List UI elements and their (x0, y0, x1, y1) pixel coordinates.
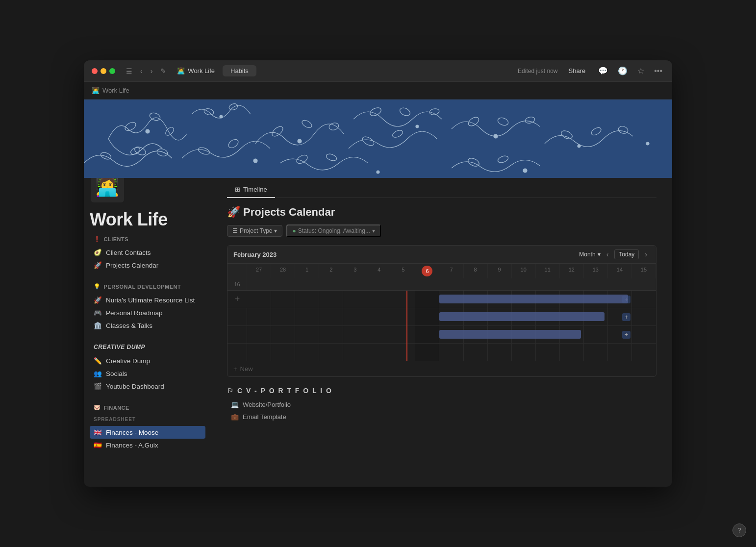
clapboard-icon: 🎬 (94, 382, 102, 390)
svg-point-32 (298, 139, 302, 143)
breadcrumb-label[interactable]: Work Life (102, 87, 129, 94)
sidebar-item-projects-calendar[interactable]: 🚀 Projects Calendar (90, 259, 205, 272)
page-avatar: 👩‍💻 (90, 178, 125, 203)
nav-controls: ☰ ‹ › ✎ (123, 65, 169, 77)
status-dot-icon: ● (292, 227, 296, 234)
full-page-layout: 👩‍💻 Work Life ❗ CLIENTS 🥑 Client Contact… (84, 99, 672, 487)
finance-header: 🐷 FINANCE (90, 402, 205, 413)
nav-section-personal-dev: 💡 PERSONAL DEVELOPMENT 🚀 Nuria's Ultimat… (90, 281, 205, 332)
day-col-7: 7 (439, 264, 463, 278)
right-panel: ⊞ Timeline 🚀 Projects Calendar ☰ Project… (211, 178, 672, 487)
cal-cell-2-4 (319, 308, 343, 325)
pig-icon: 🐷 (94, 404, 101, 411)
cal-cell-4-9 (464, 344, 488, 361)
add-item-button-3[interactable]: + (622, 331, 630, 339)
day-col-28: 28 (271, 264, 295, 278)
sidebar-item-classes-talks[interactable]: 🏛️ Classes & Talks (90, 319, 205, 332)
rocket-icon-2: 🚀 (94, 296, 102, 304)
traffic-lights (92, 68, 115, 74)
calendar-body: + (227, 291, 656, 361)
pencil-icon: ✏️ (94, 357, 102, 365)
today-button[interactable]: Today (614, 249, 639, 259)
more-options-icon[interactable]: ••• (652, 65, 664, 77)
people-icon: 👥 (94, 370, 102, 377)
cv-item-email-template[interactable]: 💼 Email Template (227, 411, 656, 423)
status-filter[interactable]: ● Status: Ongoing, Awaiting... ▾ (286, 224, 380, 237)
tab-area: 👩‍💻 Work Life Habits (177, 65, 514, 76)
day-col-5: 5 (391, 264, 415, 278)
sidebar-item-socials[interactable]: 👥 Socials (90, 367, 205, 380)
page-icon: 👩‍💻 (177, 67, 185, 75)
cal-cell-4-14 (584, 344, 608, 361)
cv-portfolio-section: ⚐ C V - P O R T F O L I O 💻 Website/Port… (227, 387, 656, 423)
sidebar-item-finances-moose[interactable]: 🇬🇧 Finances - Moose (90, 426, 205, 439)
cal-cell-3-1 (247, 326, 271, 343)
cal-row-3: + (227, 326, 656, 344)
sidebar-item-creative-dump[interactable]: ✏️ Creative Dump (90, 354, 205, 367)
day-col-9: 9 (488, 264, 512, 278)
cal-cell-2-15: + (608, 308, 632, 325)
new-page-button[interactable]: ✎ (157, 65, 169, 77)
cal-cell-4-3 (295, 344, 319, 361)
today-indicator: 6 (422, 266, 432, 276)
main-content: 👩‍💻 Work Life ❗ CLIENTS 🥑 Client Contact… (84, 99, 672, 487)
cv-item-website[interactable]: 💻 Website/Portfolio (227, 398, 656, 411)
page-icon-title: 👩‍💻 Work Life (177, 67, 215, 75)
svg-point-34 (494, 134, 498, 138)
prev-month-button[interactable]: ‹ (604, 249, 612, 259)
sidebar-item-client-contacts[interactable]: 🥑 Client Contacts (90, 246, 205, 259)
day-col-2: 2 (319, 264, 343, 278)
plus-icon: + (233, 365, 237, 373)
forward-button[interactable]: › (148, 65, 156, 77)
cal-cell-1-3 (295, 291, 319, 308)
pillars-icon: 🏛️ (94, 322, 102, 329)
cal-bar-1[interactable] (439, 295, 628, 303)
next-month-button[interactable]: › (642, 249, 650, 259)
day-col-4: 4 (367, 264, 391, 278)
day-col-14: 14 (608, 264, 632, 278)
cal-cell-1-6 (367, 291, 391, 308)
close-button[interactable] (92, 68, 98, 74)
sidebar-item-personal-roadmap[interactable]: 🎮 Personal Roadmap (90, 306, 205, 319)
chevron-down-icon: ▾ (274, 227, 277, 234)
cal-cell-4-10 (488, 344, 512, 361)
share-button[interactable]: Share (563, 65, 590, 76)
comment-icon[interactable]: 💬 (596, 64, 610, 77)
back-button[interactable]: ‹ (137, 65, 146, 77)
svg-rect-0 (84, 99, 672, 178)
month-view-dropdown[interactable]: Month ▾ (579, 251, 600, 258)
favorite-icon[interactable]: ☆ (635, 64, 646, 77)
nav-section-finance: 🐷 FINANCE SPREADSHEET 🇬🇧 Finances - Moos… (90, 402, 205, 451)
cal-cell-1-5 (343, 291, 367, 308)
maximize-button[interactable] (109, 68, 115, 74)
projects-calendar-title: 🚀 Projects Calendar (227, 206, 656, 219)
personal-dev-header: 💡 PERSONAL DEVELOPMENT (90, 281, 205, 292)
project-type-filter[interactable]: ☰ Project Type ▾ (227, 225, 282, 237)
month-chevron-icon: ▾ (598, 251, 601, 258)
sidebar-item-finances-aguix[interactable]: 🇪🇸 Finances - A.Guix (90, 439, 205, 451)
add-item-button-2[interactable]: + (622, 313, 630, 321)
habits-tab[interactable]: Habits (223, 65, 256, 76)
svg-point-35 (578, 145, 580, 148)
cal-cell-2-7 (391, 308, 415, 325)
cal-bar-2[interactable] (439, 312, 604, 321)
nav-section-clients: ❗ CLIENTS 🥑 Client Contacts 🚀 Projects C… (90, 234, 205, 272)
sidebar-item-youtube-dashboard[interactable]: 🎬 Youtube Dashboard (90, 380, 205, 393)
tab-timeline[interactable]: ⊞ Timeline (227, 182, 275, 198)
svg-point-31 (220, 115, 223, 118)
briefcase-icon: 💼 (231, 413, 239, 421)
sidebar-toggle[interactable]: ☰ (123, 65, 135, 77)
add-row-button[interactable]: + (227, 291, 247, 308)
cal-cell-3-6 (367, 326, 391, 343)
cal-row-4 (227, 344, 656, 361)
history-icon[interactable]: 🕐 (616, 64, 630, 77)
help-button[interactable]: ? (732, 523, 746, 537)
left-nav: 👩‍💻 Work Life ❗ CLIENTS 🥑 Client Contact… (84, 178, 211, 487)
cal-bar-3[interactable] (439, 330, 580, 339)
minimize-button[interactable] (101, 68, 106, 74)
gamepad-icon: 🎮 (94, 309, 102, 317)
new-row[interactable]: + New (227, 361, 656, 376)
cal-cell-3-15: + (608, 326, 632, 343)
sidebar-item-resource-list[interactable]: 🚀 Nuria's Ultimate Resource List (90, 294, 205, 306)
title-bar-right: Edited just now Share 💬 🕐 ☆ ••• (518, 64, 664, 77)
